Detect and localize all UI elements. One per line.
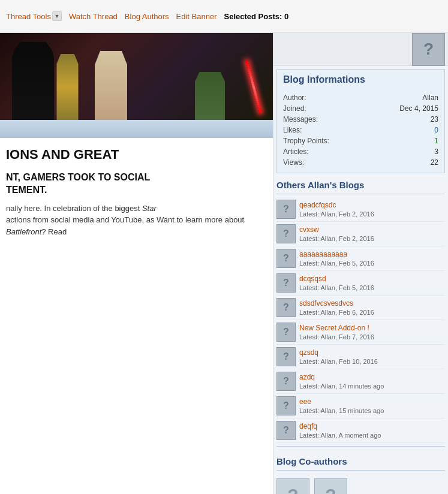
blog-info-articles-row: Articles: 3 bbox=[283, 146, 438, 157]
articles-value: 3 bbox=[434, 147, 438, 156]
blog-avatar-1: ? bbox=[276, 224, 296, 243]
blog-entry: ?sdsdfvcsvesdvcsLatest: Allan, Feb 6, 20… bbox=[276, 296, 445, 320]
blog-entry-info-9: deqfqLatest: Allan, A moment ago bbox=[299, 422, 445, 439]
blog-entry-title-2[interactable]: aaaaaaaaaaaa bbox=[299, 250, 445, 258]
blog-entry-title-7[interactable]: azdq bbox=[299, 373, 445, 381]
blog-avatar-5: ? bbox=[276, 323, 296, 342]
blog-entry: ?cvxswLatest: Allan, Feb 2, 2016 bbox=[276, 222, 445, 246]
blog-avatar-q-5: ? bbox=[283, 327, 289, 338]
blog-authors-link[interactable]: Blog Authors bbox=[125, 12, 169, 21]
co-author-avatar-1: ? bbox=[276, 478, 309, 494]
obiwan-silhouette bbox=[93, 51, 129, 120]
blog-entry-info-7: azdqLatest: Allan, 14 minutes ago bbox=[299, 373, 445, 390]
trophy-value: 1 bbox=[434, 137, 438, 145]
blog-entry: ?qzsdqLatest: Allan, Feb 10, 2016 bbox=[276, 345, 445, 369]
blog-entry-meta-2: Latest: Allan, Feb 5, 2016 bbox=[299, 260, 374, 267]
author-value: Allan bbox=[422, 94, 438, 102]
joined-value: Dec 4, 2015 bbox=[399, 104, 438, 113]
blog-avatar-3: ? bbox=[276, 273, 296, 293]
blog-entries-list: ?qeadcfqsdcLatest: Allan, Feb 2, 2016?cv… bbox=[276, 197, 445, 443]
trophy-label: Trophy Points: bbox=[283, 137, 329, 145]
blog-entry: ?eeeLatest: Allan, 15 minutes ago bbox=[276, 394, 445, 418]
blog-entry-meta-4: Latest: Allan, Feb 6, 2016 bbox=[299, 309, 374, 316]
blog-entry-meta-9: Latest: Allan, A moment ago bbox=[299, 432, 381, 439]
top-avatar: ? bbox=[412, 33, 445, 66]
blog-avatar-6: ? bbox=[276, 347, 296, 366]
article-body-italic2: Battlefront bbox=[6, 227, 41, 236]
blog-entry-title-0[interactable]: qeadcfqsdc bbox=[299, 201, 445, 209]
left-content: IONS AND GREAT NT, GAMERS TOOK TO SOCIAL… bbox=[0, 33, 273, 494]
co-authors-section: Blog Co-authors ? ? bbox=[276, 453, 445, 494]
blog-avatar-q-2: ? bbox=[283, 253, 289, 264]
blog-entry: ?azdqLatest: Allan, 14 minutes ago bbox=[276, 369, 445, 394]
blog-entry-info-1: cvxswLatest: Allan, Feb 2, 2016 bbox=[299, 225, 445, 243]
blog-entry-meta-6: Latest: Allan, Feb 10, 2016 bbox=[299, 358, 378, 365]
blog-entry-title-4[interactable]: sdsdfvcsvesdvcs bbox=[299, 299, 445, 308]
co-author-avatar-2: ? bbox=[314, 478, 347, 494]
thread-tools[interactable]: Thread Tools ▼ bbox=[6, 11, 62, 21]
blog-info-views-row: Views: 22 bbox=[283, 157, 438, 168]
vader-silhouette bbox=[12, 42, 54, 120]
blog-avatar-9: ? bbox=[276, 421, 296, 440]
blog-info-author-row: Author: Allan bbox=[283, 92, 438, 103]
toolbar: Thread Tools ▼ Watch Thread Blog Authors… bbox=[0, 0, 448, 33]
blog-entry-info-6: qzsdqLatest: Allan, Feb 10, 2016 bbox=[299, 348, 445, 366]
article-headline: IONS AND GREAT bbox=[6, 147, 267, 162]
co-authors-title: Blog Co-authors bbox=[276, 453, 445, 471]
blog-info-joined-row: Joined: Dec 4, 2015 bbox=[283, 103, 438, 114]
article-subheadline: NT, GAMERS TOOK TO SOCIAL TEMENT. bbox=[6, 171, 267, 197]
blog-entry-title-8[interactable]: eee bbox=[299, 397, 445, 406]
c3po-silhouette bbox=[54, 54, 81, 120]
watch-thread-link[interactable]: Watch Thread bbox=[69, 12, 118, 21]
blog-avatar-q-0: ? bbox=[283, 204, 289, 215]
article-body-text1: nally here. In celebration of the bigges… bbox=[6, 204, 140, 213]
blog-avatar-q-1: ? bbox=[283, 228, 289, 239]
blog-entry-info-2: aaaaaaaaaaaaLatest: Allan, Feb 5, 2016 bbox=[299, 250, 445, 267]
blog-entry: ?qeadcfqsdcLatest: Allan, Feb 2, 2016 bbox=[276, 197, 445, 222]
article-body-italic1: Star bbox=[140, 204, 156, 213]
views-label: Views: bbox=[283, 158, 304, 167]
blog-entry-info-0: qeadcfqsdcLatest: Allan, Feb 2, 2016 bbox=[299, 201, 445, 218]
blog-entry-title-6[interactable]: qzsdq bbox=[299, 348, 445, 357]
blog-avatar-7: ? bbox=[276, 372, 296, 391]
separator bbox=[276, 446, 445, 447]
avatar-question-mark: ? bbox=[423, 40, 434, 59]
blog-entry-title-1[interactable]: cvxsw bbox=[299, 225, 445, 234]
blog-entry-title-5[interactable]: New Secret Addd-on ! bbox=[299, 324, 445, 332]
blog-entry-title-3[interactable]: dcqsqsd bbox=[299, 275, 445, 283]
edit-banner-link[interactable]: Edit Banner bbox=[176, 12, 217, 21]
blog-entry: ?aaaaaaaaaaaaLatest: Allan, Feb 5, 2016 bbox=[276, 246, 445, 271]
selected-posts-label: Selected Posts: 0 bbox=[224, 12, 289, 21]
blog-info-messages-row: Messages: 23 bbox=[283, 114, 438, 125]
others-blogs-section: Others Allan's Blogs ?qeadcfqsdcLatest: … bbox=[276, 176, 445, 443]
blog-entry-info-8: eeeLatest: Allan, 15 minutes ago bbox=[299, 397, 445, 415]
articles-label: Articles: bbox=[283, 147, 309, 156]
co-authors-avatars: ? ? bbox=[276, 475, 445, 494]
blog-entry-meta-1: Latest: Allan, Feb 2, 2016 bbox=[299, 235, 374, 242]
blog-avatar-q-3: ? bbox=[283, 278, 289, 288]
messages-value: 23 bbox=[431, 115, 438, 123]
joined-label: Joined: bbox=[283, 104, 306, 113]
blog-entry-title-9[interactable]: deqfq bbox=[299, 422, 445, 430]
blog-entry: ?dcqsqsdLatest: Allan, Feb 5, 2016 bbox=[276, 271, 445, 296]
blog-entry-meta-0: Latest: Allan, Feb 2, 2016 bbox=[299, 210, 374, 218]
thread-tools-link[interactable]: Thread Tools bbox=[6, 12, 51, 21]
blog-avatar-0: ? bbox=[276, 200, 296, 219]
likes-value: 0 bbox=[434, 126, 438, 134]
selected-posts-count: 0 bbox=[284, 12, 288, 21]
article-text: IONS AND GREAT NT, GAMERS TOOK TO SOCIAL… bbox=[0, 138, 273, 246]
blog-entry-meta-8: Latest: Allan, 15 minutes ago bbox=[299, 407, 384, 414]
blog-info-likes-row: Likes: 0 bbox=[283, 125, 438, 135]
main-layout: IONS AND GREAT NT, GAMERS TOOK TO SOCIAL… bbox=[0, 33, 448, 494]
blog-entry-meta-7: Latest: Allan, 14 minutes ago bbox=[299, 382, 384, 390]
likes-label: Likes: bbox=[283, 126, 302, 134]
blog-avatar-q-9: ? bbox=[283, 425, 289, 436]
blog-entry: ?New Secret Addd-on !Latest: Allan, Feb … bbox=[276, 320, 445, 345]
author-label: Author: bbox=[283, 94, 306, 102]
hero-silhouettes bbox=[0, 33, 273, 120]
blog-avatar-q-8: ? bbox=[283, 400, 289, 411]
top-avatar-area: ? bbox=[273, 33, 448, 66]
thread-tools-arrow[interactable]: ▼ bbox=[52, 11, 62, 21]
lightsaber-glow bbox=[245, 61, 261, 113]
views-value: 22 bbox=[431, 158, 438, 167]
